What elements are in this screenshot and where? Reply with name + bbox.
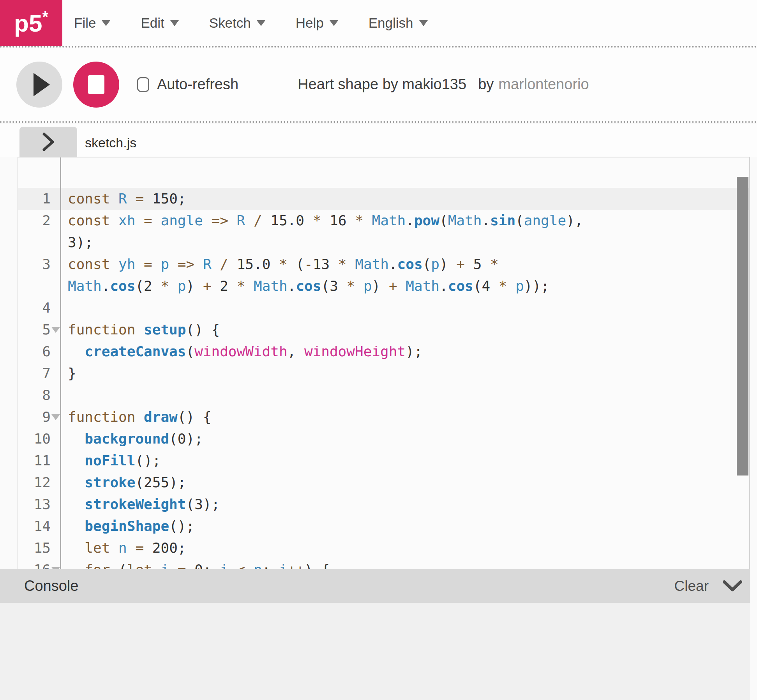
line-number: 8 — [18, 384, 51, 406]
project-title: Heart shape by makio135 — [298, 76, 466, 93]
code-row[interactable]: 11 noFill(); — [18, 450, 749, 472]
console-output — [0, 603, 750, 700]
byline-text: by — [478, 76, 494, 93]
line-number: 10 — [18, 428, 51, 450]
tab-sketch-js[interactable]: sketch.js — [85, 135, 136, 150]
line-number: 13 — [18, 493, 51, 515]
console-header[interactable]: Console Clear — [0, 569, 750, 603]
code-row[interactable]: 10 background(0); — [18, 428, 749, 450]
stop-icon — [88, 75, 104, 94]
code-line-text: for (let i = 0; i < n; i++) { — [68, 559, 330, 569]
line-number: 6 — [18, 341, 51, 362]
chevron-right-icon — [42, 133, 55, 151]
author-link[interactable]: marlontenorio — [498, 76, 589, 93]
code-line-text: beginShape(); — [68, 515, 194, 537]
chevron-down-icon — [102, 20, 110, 26]
code-row[interactable]: 15 let n = 200; — [18, 537, 749, 559]
line-number: 2 — [18, 210, 51, 232]
line-number: 15 — [18, 537, 51, 559]
line-number: 16 — [18, 559, 51, 569]
chevron-down-icon — [170, 20, 179, 26]
menu-label: English — [369, 15, 413, 31]
code-line-text: function setup() { — [68, 319, 220, 341]
code-line-text: background(0); — [68, 428, 203, 450]
console-clear-button[interactable]: Clear — [674, 578, 709, 594]
code-row[interactable]: Math.cos(2 * p) + 2 * Math.cos(3 * p) + … — [18, 275, 749, 297]
line-number: 5 — [18, 319, 51, 341]
menu-label: Help — [296, 15, 324, 31]
code-line-text: strokeWeight(3); — [68, 493, 220, 515]
right-margin-strip — [752, 157, 757, 700]
chevron-down-icon — [723, 580, 742, 592]
code-row[interactable]: 13 strokeWeight(3); — [18, 493, 749, 515]
code-row[interactable]: 4 — [18, 297, 749, 319]
code-rows: 1const R = 150;2const xh = angle => R / … — [18, 188, 749, 569]
menu-label: Edit — [141, 15, 164, 31]
line-number: 12 — [18, 472, 51, 493]
code-line-text: } — [68, 362, 76, 384]
p5-logo[interactable]: p5* — [0, 0, 62, 46]
stop-button[interactable] — [73, 62, 119, 108]
menu-bar: FileEditSketchHelpEnglish — [74, 0, 428, 46]
console-title: Console — [24, 578, 78, 594]
code-line-text: Math.cos(2 * p) + 2 * Math.cos(3 * p) + … — [68, 275, 549, 297]
code-row[interactable]: 12 stroke(255); — [18, 472, 749, 493]
code-line-text: let n = 200; — [68, 537, 186, 559]
expand-sidebar-button[interactable] — [19, 127, 77, 157]
toolbar: Auto-refresh Heart shape by makio135 by … — [0, 48, 757, 123]
editor-scrollbar[interactable] — [737, 177, 748, 476]
auto-refresh-label[interactable]: Auto-refresh — [157, 76, 238, 93]
code-line-text: const xh = angle => R / 15.0 * 16 * Math… — [68, 210, 583, 232]
chevron-down-icon — [330, 20, 338, 26]
line-number: 11 — [18, 450, 51, 472]
play-icon — [34, 73, 50, 96]
code-row[interactable]: 1const R = 150; — [18, 188, 749, 210]
code-line-text: const R = 150; — [68, 188, 186, 210]
fold-arrow-icon[interactable] — [51, 567, 60, 569]
nav-bar: p5* FileEditSketchHelpEnglish — [0, 0, 757, 48]
code-line-text: createCanvas(windowWidth, windowHeight); — [68, 341, 422, 362]
menu-file[interactable]: File — [74, 15, 110, 31]
menu-label: Sketch — [209, 15, 251, 31]
gutter-separator — [60, 157, 61, 569]
menu-english[interactable]: English — [369, 15, 428, 31]
chevron-down-icon — [419, 20, 428, 26]
line-number: 4 — [18, 297, 51, 319]
line-number: 9 — [18, 406, 51, 428]
code-row[interactable]: 3const yh = p => R / 15.0 * (-13 * Math.… — [18, 253, 749, 275]
fold-arrow-icon[interactable] — [51, 414, 60, 420]
code-row[interactable]: 5function setup() { — [18, 319, 749, 341]
code-row[interactable]: 14 beginShape(); — [18, 515, 749, 537]
menu-edit[interactable]: Edit — [141, 15, 178, 31]
play-button[interactable] — [16, 62, 62, 108]
tab-bar: sketch.js — [0, 124, 757, 157]
auto-refresh-checkbox[interactable] — [137, 77, 149, 92]
fold-arrow-icon[interactable] — [51, 327, 60, 333]
code-line-text: stroke(255); — [68, 472, 186, 493]
menu-help[interactable]: Help — [296, 15, 338, 31]
code-line-text: function draw() { — [68, 406, 211, 428]
line-number: 7 — [18, 362, 51, 384]
console-collapse-button[interactable] — [723, 580, 742, 592]
chevron-down-icon — [257, 20, 265, 26]
code-row[interactable]: 3); — [18, 232, 749, 253]
code-line-text: const yh = p => R / 15.0 * (-13 * Math.c… — [68, 253, 499, 275]
code-row[interactable]: 16 for (let i = 0; i < n; i++) { — [18, 559, 749, 569]
code-row[interactable]: 7} — [18, 362, 749, 384]
code-line-text: noFill(); — [68, 450, 161, 472]
code-line-text: 3); — [68, 232, 93, 253]
line-number: 3 — [18, 253, 51, 275]
code-row[interactable]: 9function draw() { — [18, 406, 749, 428]
menu-sketch[interactable]: Sketch — [209, 15, 265, 31]
code-row[interactable]: 2const xh = angle => R / 15.0 * 16 * Mat… — [18, 210, 749, 232]
p5-logo-text: p5 — [14, 9, 42, 37]
line-number: 14 — [18, 515, 51, 537]
code-row[interactable]: 6 createCanvas(windowWidth, windowHeight… — [18, 341, 749, 362]
line-number: 1 — [18, 188, 51, 210]
code-row[interactable]: 8 — [18, 384, 749, 406]
menu-label: File — [74, 15, 96, 31]
code-editor[interactable]: 1const R = 150;2const xh = angle => R / … — [18, 157, 750, 569]
